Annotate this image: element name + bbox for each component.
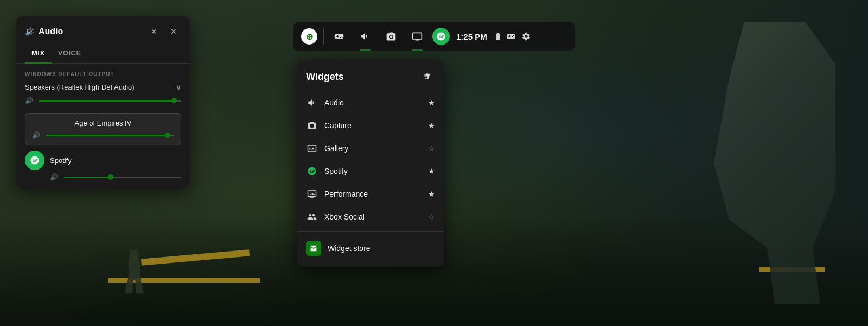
capture-icon bbox=[386, 31, 397, 42]
device-volume-thumb bbox=[171, 98, 177, 103]
audio-tabs: MIX VOICE bbox=[16, 45, 190, 64]
social-icon bbox=[307, 212, 317, 222]
widget-spotify-icon bbox=[306, 165, 318, 177]
device-volume-slider[interactable] bbox=[39, 100, 181, 102]
spotify-volume-row: 🔊 bbox=[25, 173, 181, 181]
audio-app-name-aoe: Age of Empires IV bbox=[32, 119, 174, 127]
widget-item-gallery[interactable]: Gallery ☆ bbox=[297, 137, 444, 160]
widget-social-star[interactable]: ☆ bbox=[428, 212, 435, 221]
nav-status-icons bbox=[494, 30, 533, 43]
audio-panel-header: 🔊 Audio ✕ ✕ bbox=[16, 16, 190, 45]
spotify-icon bbox=[30, 155, 40, 165]
audio-panel-title: Audio bbox=[39, 27, 142, 36]
widget-gallery-icon bbox=[306, 142, 318, 154]
gallery-icon bbox=[307, 143, 317, 153]
xbox-button[interactable]: ⊕ bbox=[299, 27, 319, 46]
spotify-circle-icon bbox=[25, 151, 44, 170]
audio-tab-voice[interactable]: VOICE bbox=[52, 45, 88, 64]
aoe-volume-fill bbox=[46, 135, 168, 136]
widget-capture-label: Capture bbox=[324, 121, 422, 130]
widget-performance-icon bbox=[306, 188, 318, 200]
widget-item-capture[interactable]: Capture ★ bbox=[297, 114, 444, 137]
spotify-volume-icon: 🔊 bbox=[50, 173, 59, 181]
chevron-down-icon[interactable]: ∨ bbox=[176, 83, 181, 91]
performance-icon bbox=[307, 189, 317, 199]
audio-spotify-item: Spotify bbox=[25, 151, 181, 170]
controller-icon bbox=[507, 32, 515, 41]
nav-display-button[interactable] bbox=[406, 26, 428, 47]
audio-icon bbox=[307, 98, 317, 108]
audio-body: WINDOWS DEFAULT OUTPUT Speakers (Realtek… bbox=[16, 64, 190, 189]
widget-spotify-label: Spotify bbox=[324, 167, 422, 175]
widgets-filter-button[interactable] bbox=[419, 68, 435, 85]
aoe-volume-row: 🔊 bbox=[32, 131, 174, 139]
nav-gamepad-button[interactable] bbox=[328, 26, 350, 47]
widgets-header: Widgets bbox=[297, 65, 444, 91]
audio-pin-button[interactable]: ✕ bbox=[146, 24, 162, 39]
nav-volume-button[interactable] bbox=[354, 26, 376, 47]
widget-social-icon bbox=[306, 211, 318, 223]
widget-performance-star[interactable]: ★ bbox=[428, 190, 435, 198]
filter-icon bbox=[422, 72, 432, 82]
spotify-nav-icon bbox=[436, 32, 446, 41]
audio-tab-mix[interactable]: MIX bbox=[25, 45, 52, 64]
nav-settings-button[interactable] bbox=[520, 30, 533, 43]
widget-spotify-star[interactable]: ★ bbox=[428, 167, 435, 175]
spotify-volume-fill bbox=[64, 177, 111, 178]
audio-panel: 🔊 Audio ✕ ✕ MIX VOICE WINDOWS DEFAULT OU… bbox=[16, 16, 190, 189]
nav-time: 1:25 PM bbox=[456, 32, 487, 41]
aoe-volume-icon: 🔊 bbox=[32, 131, 41, 139]
battery-icon bbox=[494, 32, 502, 41]
widget-store-item[interactable]: Widget store bbox=[297, 235, 444, 261]
widget-audio-label: Audio bbox=[324, 98, 422, 107]
widget-item-xbox-social[interactable]: Xbox Social ☆ bbox=[297, 205, 444, 228]
widget-item-audio[interactable]: Audio ★ bbox=[297, 91, 444, 114]
widget-item-performance[interactable]: Performance ★ bbox=[297, 183, 444, 205]
widget-audio-star[interactable]: ★ bbox=[428, 98, 435, 107]
widgets-panel: Widgets Audio ★ Capture ★ bbox=[297, 60, 444, 267]
audio-device-name: Speakers (Realtek High Def Audio) bbox=[25, 83, 135, 91]
widget-store-label: Widget store bbox=[328, 244, 371, 253]
settings-icon bbox=[521, 32, 531, 41]
volume-icon bbox=[360, 31, 371, 42]
widget-audio-icon bbox=[306, 97, 318, 109]
audio-device-row: Speakers (Realtek High Def Audio) ∨ bbox=[25, 83, 181, 91]
widget-capture-star[interactable]: ★ bbox=[428, 121, 435, 130]
spotify-volume-thumb bbox=[108, 174, 113, 180]
xbox-logo: ⊕ bbox=[301, 28, 317, 45]
audio-header-icon: 🔊 bbox=[25, 27, 34, 36]
store-icon bbox=[309, 244, 318, 253]
widget-store-icon bbox=[306, 241, 321, 256]
display-icon bbox=[412, 31, 423, 42]
aoe-volume-thumb bbox=[165, 133, 170, 138]
widget-item-spotify[interactable]: Spotify ★ bbox=[297, 160, 444, 183]
capture-widget-icon bbox=[307, 121, 317, 130]
audio-spotify-name: Spotify bbox=[50, 156, 72, 165]
widgets-divider bbox=[297, 231, 444, 232]
aoe-volume-slider[interactable] bbox=[46, 135, 174, 136]
device-volume-fill bbox=[39, 100, 174, 102]
audio-app-item-aoe: Age of Empires IV 🔊 bbox=[25, 113, 181, 145]
audio-section-label: WINDOWS DEFAULT OUTPUT bbox=[25, 71, 181, 77]
widget-gallery-star[interactable]: ☆ bbox=[428, 144, 435, 153]
nav-separator-1 bbox=[323, 28, 324, 45]
audio-device-volume-row: 🔊 bbox=[25, 97, 181, 104]
spotify-widget-icon bbox=[307, 166, 317, 176]
nav-spotify-button[interactable] bbox=[432, 28, 450, 45]
spotify-volume-slider[interactable] bbox=[64, 177, 181, 178]
widget-social-label: Xbox Social bbox=[324, 212, 422, 221]
nav-capture-button[interactable] bbox=[380, 26, 402, 47]
volume-speaker-icon: 🔊 bbox=[25, 97, 34, 104]
widgets-title: Widgets bbox=[306, 71, 344, 83]
audio-close-button[interactable]: ✕ bbox=[166, 24, 181, 39]
top-nav-bar: ⊕ 1:25 PM bbox=[293, 22, 575, 51]
widget-gallery-label: Gallery bbox=[324, 144, 422, 153]
widget-performance-label: Performance bbox=[324, 190, 422, 198]
widget-capture-icon bbox=[306, 120, 318, 131]
gamepad-icon bbox=[334, 31, 344, 42]
